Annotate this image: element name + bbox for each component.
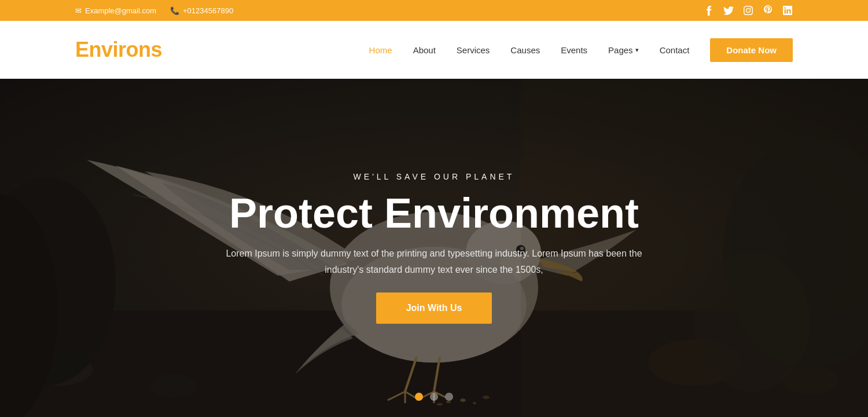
- hero-dots: [415, 393, 453, 401]
- linkedin-icon[interactable]: [782, 5, 793, 16]
- dot-1[interactable]: [415, 393, 423, 401]
- nav-events[interactable]: Events: [561, 45, 587, 55]
- hero-title: Protect Environment: [229, 191, 639, 236]
- phone-icon: 📞: [170, 6, 179, 15]
- instagram-icon[interactable]: [743, 5, 753, 16]
- hero-description: Lorem Ipsum is simply dummy text of the …: [214, 246, 654, 277]
- header: Environs Home About Services Causes Even…: [0, 21, 868, 79]
- nav-contact[interactable]: Contact: [660, 45, 690, 55]
- hero-content: WE'LL SAVE OUR PLANET Protect Environmen…: [0, 79, 868, 417]
- nav-home[interactable]: Home: [369, 45, 392, 55]
- pinterest-icon[interactable]: [763, 5, 773, 16]
- site-logo[interactable]: Environs: [75, 38, 162, 62]
- nav-causes[interactable]: Causes: [510, 45, 540, 55]
- top-bar-left: ✉ Example@gmail.com 📞 +01234567890: [75, 6, 233, 15]
- nav-pages[interactable]: Pages ▾: [608, 45, 639, 55]
- dot-3[interactable]: [445, 393, 453, 401]
- hero-section: WE'LL SAVE OUR PLANET Protect Environmen…: [0, 79, 868, 417]
- social-links: [704, 5, 793, 16]
- phone-text: +01234567890: [183, 6, 233, 15]
- main-nav: Home About Services Causes Events Pages …: [369, 38, 793, 62]
- email-text: Example@gmail.com: [85, 6, 156, 15]
- phone-contact: 📞 +01234567890: [170, 6, 233, 15]
- dot-2[interactable]: [430, 393, 438, 401]
- join-button[interactable]: Join With Us: [376, 292, 492, 324]
- donate-button[interactable]: Donate Now: [710, 38, 793, 62]
- top-bar: ✉ Example@gmail.com 📞 +01234567890: [0, 0, 868, 21]
- nav-services[interactable]: Services: [457, 45, 490, 55]
- facebook-icon[interactable]: [704, 5, 714, 16]
- twitter-icon[interactable]: [723, 5, 734, 16]
- nav-about[interactable]: About: [413, 45, 436, 55]
- chevron-down-icon: ▾: [635, 46, 639, 54]
- hero-subtitle: WE'LL SAVE OUR PLANET: [354, 172, 515, 181]
- email-icon: ✉: [75, 6, 82, 15]
- email-contact: ✉ Example@gmail.com: [75, 6, 156, 15]
